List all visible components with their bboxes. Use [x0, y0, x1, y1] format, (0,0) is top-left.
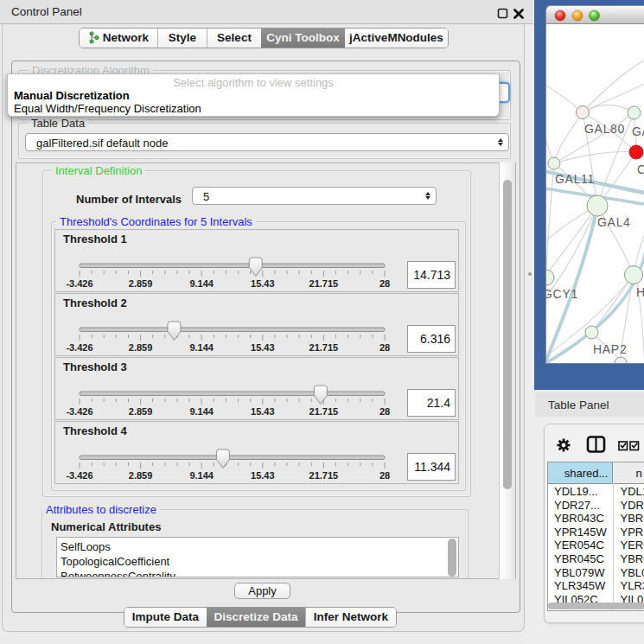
- svg-text:GCY1: GCY1: [546, 287, 578, 301]
- svg-text:15.43: 15.43: [251, 278, 275, 289]
- svg-text:28: 28: [379, 470, 390, 481]
- svg-text:HAP2: HAP2: [593, 342, 627, 356]
- svg-text:21.715: 21.715: [309, 342, 339, 353]
- svg-text:-3.426: -3.426: [66, 278, 92, 289]
- svg-text:28: 28: [379, 406, 390, 417]
- svg-text:C: C: [637, 163, 644, 176]
- svg-text:28: 28: [379, 278, 390, 289]
- svg-text:15.43: 15.43: [251, 470, 275, 481]
- svg-text:2.859: 2.859: [129, 278, 153, 289]
- svg-text:21.715: 21.715: [309, 406, 339, 417]
- svg-text:2.859: 2.859: [129, 470, 153, 481]
- svg-text:-3.426: -3.426: [66, 406, 92, 417]
- svg-text:9.144: 9.144: [189, 278, 214, 289]
- svg-text:-3.426: -3.426: [66, 470, 92, 481]
- svg-text:21.715: 21.715: [309, 470, 339, 481]
- svg-text:21.715: 21.715: [309, 278, 339, 289]
- svg-text:9.144: 9.144: [189, 406, 214, 417]
- svg-text:GAL80: GAL80: [584, 122, 625, 136]
- svg-text:2.859: 2.859: [129, 406, 153, 417]
- svg-text:H: H: [636, 285, 644, 299]
- svg-text:9.144: 9.144: [189, 470, 214, 481]
- svg-text:GAL4: GAL4: [597, 215, 631, 229]
- svg-text:2.859: 2.859: [129, 342, 153, 353]
- svg-text:9.144: 9.144: [189, 342, 214, 353]
- svg-text:-3.426: -3.426: [66, 342, 92, 353]
- svg-text:GA: GA: [632, 124, 644, 138]
- svg-text:15.43: 15.43: [251, 342, 275, 353]
- svg-text:15.43: 15.43: [251, 406, 275, 417]
- svg-text:28: 28: [379, 342, 390, 353]
- svg-text:GAL11: GAL11: [555, 172, 595, 186]
